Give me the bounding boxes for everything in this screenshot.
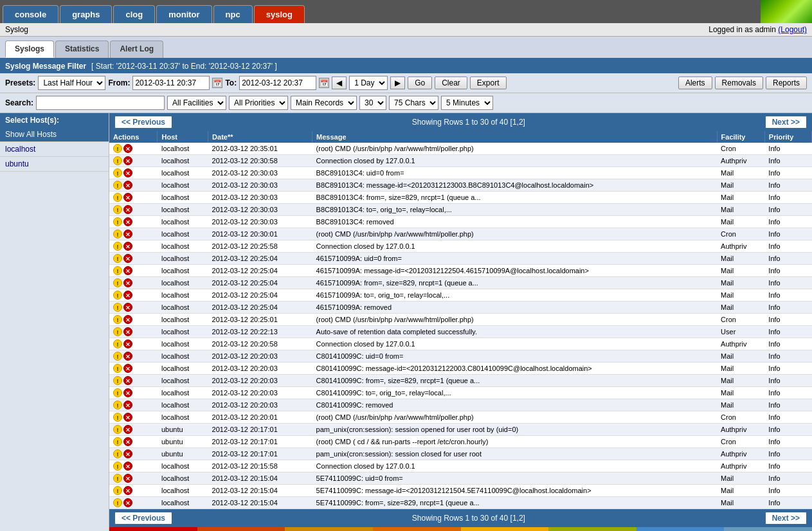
sidebar-item-ubuntu[interactable]: ubuntu	[0, 157, 109, 172]
warn-icon[interactable]: !	[113, 230, 122, 239]
col-date[interactable]: Date**	[208, 131, 312, 143]
warn-icon[interactable]: !	[113, 437, 122, 446]
from-input[interactable]	[132, 76, 210, 90]
prev-button-bottom[interactable]: << Previous	[114, 512, 172, 525]
warn-icon[interactable]: !	[113, 352, 122, 361]
clear-button[interactable]: Clear	[435, 76, 467, 89]
remove-icon[interactable]: ✕	[123, 339, 132, 348]
from-calendar-icon[interactable]: 📅	[212, 78, 222, 88]
cell-actions[interactable]: ! ✕	[109, 497, 158, 509]
cell-actions[interactable]: ! ✕	[109, 448, 158, 460]
remove-icon[interactable]: ✕	[123, 230, 132, 239]
to-input[interactable]	[239, 76, 316, 90]
preset-select[interactable]: Last Half Hour	[38, 76, 105, 90]
warn-icon[interactable]: !	[113, 401, 122, 410]
cell-actions[interactable]: ! ✕	[109, 363, 158, 375]
next-button-bottom[interactable]: Next >>	[765, 512, 807, 525]
count-select[interactable]: 30	[359, 96, 386, 110]
cell-actions[interactable]: ! ✕	[109, 253, 158, 265]
cell-actions[interactable]: ! ✕	[109, 265, 158, 277]
cell-actions[interactable]: ! ✕	[109, 289, 158, 302]
cell-actions[interactable]: ! ✕	[109, 167, 158, 179]
cell-actions[interactable]: ! ✕	[109, 375, 158, 387]
remove-icon[interactable]: ✕	[123, 291, 132, 300]
tab-alert-log[interactable]: Alert Log	[110, 40, 163, 58]
remove-icon[interactable]: ✕	[123, 156, 132, 165]
warn-icon[interactable]: !	[113, 266, 122, 275]
warn-icon[interactable]: !	[113, 168, 122, 177]
remove-icon[interactable]: ✕	[123, 376, 132, 385]
cell-actions[interactable]: ! ✕	[109, 179, 158, 192]
cell-actions[interactable]: ! ✕	[109, 228, 158, 240]
cell-actions[interactable]: ! ✕	[109, 424, 158, 436]
nav-tab-npc[interactable]: npc	[213, 5, 253, 23]
warn-icon[interactable]: !	[113, 376, 122, 385]
nav-tab-syslog[interactable]: syslog	[254, 5, 305, 23]
records-select[interactable]: Main Records	[291, 96, 357, 110]
warn-icon[interactable]: !	[113, 181, 122, 190]
remove-icon[interactable]: ✕	[123, 254, 132, 263]
search-input[interactable]	[36, 96, 165, 110]
cell-actions[interactable]: ! ✕	[109, 314, 158, 326]
warn-icon[interactable]: !	[113, 486, 122, 495]
interval-select[interactable]: 5 Minutes	[441, 96, 493, 110]
warn-icon[interactable]: !	[113, 413, 122, 422]
cell-actions[interactable]: ! ✕	[109, 192, 158, 204]
remove-icon[interactable]: ✕	[123, 168, 132, 177]
warn-icon[interactable]: !	[113, 291, 122, 300]
cell-actions[interactable]: ! ✕	[109, 143, 158, 155]
sidebar-item-show-all[interactable]: Show All Hosts	[0, 127, 109, 142]
cell-actions[interactable]: ! ✕	[109, 204, 158, 216]
remove-icon[interactable]: ✕	[123, 278, 132, 287]
cell-actions[interactable]: ! ✕	[109, 277, 158, 289]
remove-icon[interactable]: ✕	[123, 388, 132, 397]
cell-actions[interactable]: ! ✕	[109, 338, 158, 350]
priorities-select[interactable]: All Priorities	[229, 96, 288, 110]
cell-actions[interactable]: ! ✕	[109, 302, 158, 314]
go-button[interactable]: Go	[408, 76, 432, 89]
prev-arrow[interactable]: ◀	[332, 76, 347, 89]
warn-icon[interactable]: !	[113, 254, 122, 263]
tab-syslogs[interactable]: Syslogs	[5, 40, 54, 58]
remove-icon[interactable]: ✕	[123, 486, 132, 495]
warn-icon[interactable]: !	[113, 144, 122, 153]
remove-icon[interactable]: ✕	[123, 413, 132, 422]
remove-icon[interactable]: ✕	[123, 498, 132, 507]
cell-actions[interactable]: ! ✕	[109, 436, 158, 448]
logout-link[interactable]: (Logout)	[778, 25, 807, 34]
remove-icon[interactable]: ✕	[123, 449, 132, 458]
remove-icon[interactable]: ✕	[123, 462, 132, 471]
remove-icon[interactable]: ✕	[123, 144, 132, 153]
export-button[interactable]: Export	[470, 76, 507, 89]
warn-icon[interactable]: !	[113, 217, 122, 226]
remove-icon[interactable]: ✕	[123, 217, 132, 226]
remove-icon[interactable]: ✕	[123, 303, 132, 312]
warn-icon[interactable]: !	[113, 388, 122, 397]
next-button-top[interactable]: Next >>	[765, 116, 807, 129]
remove-icon[interactable]: ✕	[123, 242, 132, 251]
nav-tab-monitor[interactable]: monitor	[156, 5, 212, 23]
remove-icon[interactable]: ✕	[123, 474, 132, 483]
cell-actions[interactable]: ! ✕	[109, 240, 158, 253]
warn-icon[interactable]: !	[113, 278, 122, 287]
warn-icon[interactable]: !	[113, 327, 122, 336]
cell-actions[interactable]: ! ✕	[109, 350, 158, 363]
warn-icon[interactable]: !	[113, 474, 122, 483]
warn-icon[interactable]: !	[113, 205, 122, 214]
cell-actions[interactable]: ! ✕	[109, 399, 158, 411]
nav-tab-clog[interactable]: clog	[113, 5, 155, 23]
warn-icon[interactable]: !	[113, 303, 122, 312]
warn-icon[interactable]: !	[113, 193, 122, 202]
cell-actions[interactable]: ! ✕	[109, 216, 158, 228]
facilities-select[interactable]: All Facilities	[167, 96, 226, 110]
warn-icon[interactable]: !	[113, 242, 122, 251]
cell-actions[interactable]: ! ✕	[109, 155, 158, 167]
cell-actions[interactable]: ! ✕	[109, 326, 158, 338]
reports-button[interactable]: Reports	[766, 76, 807, 89]
remove-icon[interactable]: ✕	[123, 437, 132, 446]
remove-icon[interactable]: ✕	[123, 315, 132, 324]
remove-icon[interactable]: ✕	[123, 364, 132, 373]
remove-icon[interactable]: ✕	[123, 327, 132, 336]
remove-icon[interactable]: ✕	[123, 205, 132, 214]
prev-button-top[interactable]: << Previous	[114, 116, 172, 129]
